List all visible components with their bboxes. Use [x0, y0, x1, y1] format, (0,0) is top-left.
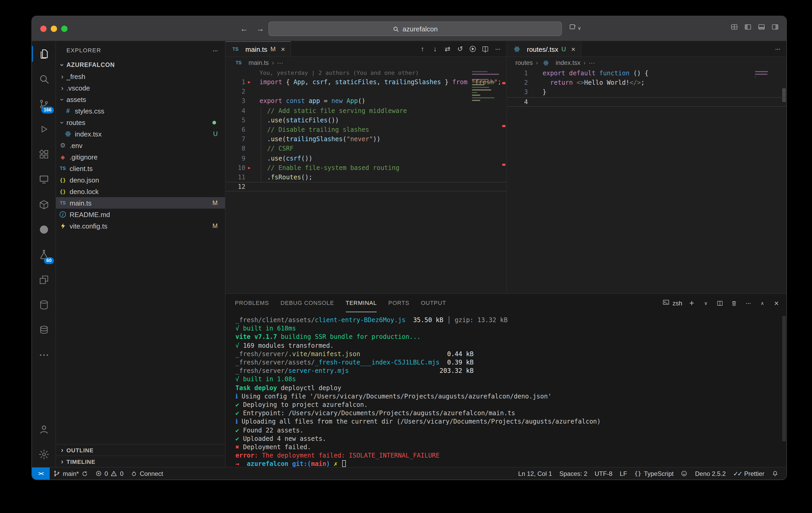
explorer-item-index.tsx[interactable]: index.tsxU — [56, 128, 225, 140]
breadcrumb-item[interactable]: routes — [515, 59, 533, 66]
section-outline[interactable]: ›OUTLINE — [56, 444, 225, 455]
terminal[interactable]: _fresh/client/assets/client-entry-BDez6M… — [226, 312, 786, 467]
close-tab-icon[interactable]: × — [571, 45, 575, 53]
code-editor-index-tsx[interactable]: 1export default function () {2 return <>… — [507, 68, 786, 293]
explorer-item-vite.config.ts[interactable]: vite.config.tsM — [56, 220, 225, 232]
git-blame-annotation[interactable]: You, yesterday | 2 authors (You and one … — [226, 68, 506, 78]
terminal-profile[interactable]: zsh — [663, 299, 682, 307]
code-line[interactable]: 2 — [226, 87, 506, 96]
maximize-panel-icon[interactable]: ∧ — [758, 300, 767, 306]
language-item[interactable]: {} TypeScript — [631, 470, 677, 477]
go-back-button[interactable]: ← — [240, 24, 248, 33]
deno-version-item[interactable]: Deno 2.5.2 — [691, 470, 729, 477]
activity-docker[interactable] — [32, 192, 56, 217]
code-line[interactable]: 11 .fsRoutes(); — [226, 173, 506, 182]
explorer-item-_fresh[interactable]: ›_fresh — [56, 70, 225, 82]
more-actions-icon[interactable]: ··· — [744, 299, 753, 307]
sync-icon[interactable] — [81, 471, 88, 477]
breadcrumb-item[interactable]: ··· — [588, 59, 595, 66]
explorer-more-actions-icon[interactable]: ··· — [212, 46, 218, 54]
activity-more[interactable] — [32, 342, 56, 368]
explorer-item-routes[interactable]: ›routes — [56, 117, 225, 128]
code-editor-main-ts[interactable]: You, yesterday | 2 authors (You and one … — [226, 68, 506, 293]
explorer-item-.gitignore[interactable]: ◆.gitignore — [56, 151, 225, 163]
code-line[interactable]: 3export const app = new App() — [226, 96, 506, 106]
code-line[interactable]: 6 // Disable trailing slashes — [226, 125, 506, 134]
explorer-item-.env[interactable]: ⚙.env — [56, 140, 225, 151]
activity-layers[interactable] — [32, 267, 56, 292]
minimize-window-button[interactable] — [51, 25, 57, 32]
toggle-panel-icon[interactable] — [758, 23, 765, 31]
activity-source-control[interactable]: 166 — [32, 92, 56, 117]
breadcrumb-item[interactable]: index.tsx — [556, 59, 580, 66]
explorer-item-.vscode[interactable]: ›.vscode — [56, 82, 225, 94]
code-line[interactable]: 10▶ // Enable file-system based routing — [226, 163, 506, 172]
eol-item[interactable]: LF — [616, 470, 631, 477]
code-line[interactable]: 4 — [507, 97, 786, 107]
code-line[interactable]: 1export default function () { — [507, 68, 786, 78]
code-line[interactable]: 1▶import { App, csrf, staticFiles, trail… — [226, 78, 506, 87]
activity-github[interactable] — [32, 217, 56, 242]
prettier-item[interactable]: ✓✓ Prettier — [729, 470, 768, 477]
panel-tab-output[interactable]: OUTPUT — [421, 294, 446, 312]
branch-item[interactable]: main* — [50, 467, 91, 480]
add-terminal-icon[interactable]: + — [687, 298, 696, 308]
explorer-item-deno.json[interactable]: {}deno.json — [56, 174, 225, 186]
panel-tab-terminal[interactable]: TERMINAL — [346, 294, 377, 312]
prev-change-icon[interactable]: ↑ — [416, 42, 428, 55]
explorer-item-deno.lock[interactable]: {}deno.lock — [56, 186, 225, 197]
command-center[interactable]: azurefalcon — [268, 22, 562, 36]
activity-accounts[interactable] — [32, 417, 56, 442]
panel-tab-problems[interactable]: PROBLEMS — [235, 294, 269, 312]
feedback-item[interactable] — [677, 470, 691, 477]
zoom-window-button[interactable] — [61, 25, 67, 32]
close-tab-icon[interactable]: × — [281, 45, 285, 53]
code-line[interactable]: 5 .use(staticFiles()) — [226, 116, 506, 125]
code-line[interactable]: 2 return <>Hello World!</>; — [507, 78, 786, 87]
encoding-item[interactable]: UTF-8 — [591, 470, 616, 477]
activity-extensions[interactable] — [32, 142, 56, 167]
remote-indicator[interactable]: >< — [32, 467, 50, 480]
explorer-item-README.md[interactable]: iREADME.md — [56, 209, 225, 220]
go-forward-button[interactable]: → — [256, 24, 264, 33]
problems-item[interactable]: 0 0 — [91, 467, 127, 480]
panel-tab-debug-console[interactable]: DEBUG CONSOLE — [281, 294, 334, 312]
code-line[interactable]: 7 .use(trailingSlashes("never")) — [226, 134, 506, 144]
tab-main-ts[interactable]: TS main.ts M × — [226, 41, 291, 57]
toggle-primary-sidebar-icon[interactable] — [744, 23, 752, 31]
next-change-icon[interactable]: ↓ — [429, 42, 440, 55]
code-line[interactable]: 9 .use(csrf()) — [226, 153, 506, 163]
activity-remote-explorer[interactable] — [32, 167, 56, 192]
code-line[interactable]: 4 // Add static file serving middleware — [226, 106, 506, 115]
close-panel-icon[interactable]: × — [772, 299, 781, 307]
activity-settings[interactable] — [32, 442, 56, 467]
activity-database[interactable] — [32, 292, 56, 318]
split-editor-icon[interactable] — [479, 42, 491, 55]
tab-routes-index-tsx[interactable]: routes/.tsx U × — [507, 41, 581, 57]
activity-testing[interactable]: 60 — [32, 242, 56, 267]
panel-tab-ports[interactable]: PORTS — [388, 294, 409, 312]
more-actions-icon[interactable]: ··· — [772, 42, 783, 55]
breadcrumb-item[interactable]: main.ts — [249, 59, 269, 66]
new-window-control[interactable]: ∨ — [569, 23, 581, 33]
run-file-icon[interactable] — [467, 42, 478, 55]
explorer-item-main.ts[interactable]: TSmain.tsM — [56, 197, 225, 209]
connect-item[interactable]: Connect — [127, 467, 167, 480]
select-profile-icon[interactable]: ∨ — [701, 300, 710, 306]
close-window-button[interactable] — [40, 25, 47, 32]
activity-storage[interactable] — [32, 318, 56, 342]
timeline-icon[interactable]: ↺ — [454, 42, 466, 55]
indentation-item[interactable]: Spaces: 2 — [556, 470, 591, 477]
activity-run-and-debug[interactable] — [32, 117, 56, 142]
explorer-item-styles.css[interactable]: #styles.css — [56, 105, 225, 117]
activity-explorer[interactable] — [32, 41, 56, 66]
kill-terminal-icon[interactable] — [729, 299, 739, 307]
code-line[interactable]: 8 // CSRF — [226, 144, 506, 153]
activity-search[interactable] — [32, 66, 56, 92]
code-line[interactable]: 12 — [226, 182, 506, 191]
code-line[interactable]: 3} — [507, 88, 786, 97]
more-actions-icon[interactable]: ··· — [492, 42, 503, 55]
cursor-position-item[interactable]: Ln 12, Col 1 — [515, 470, 556, 477]
split-terminal-icon[interactable] — [715, 299, 725, 307]
explorer-item-client.ts[interactable]: TSclient.ts — [56, 163, 225, 174]
